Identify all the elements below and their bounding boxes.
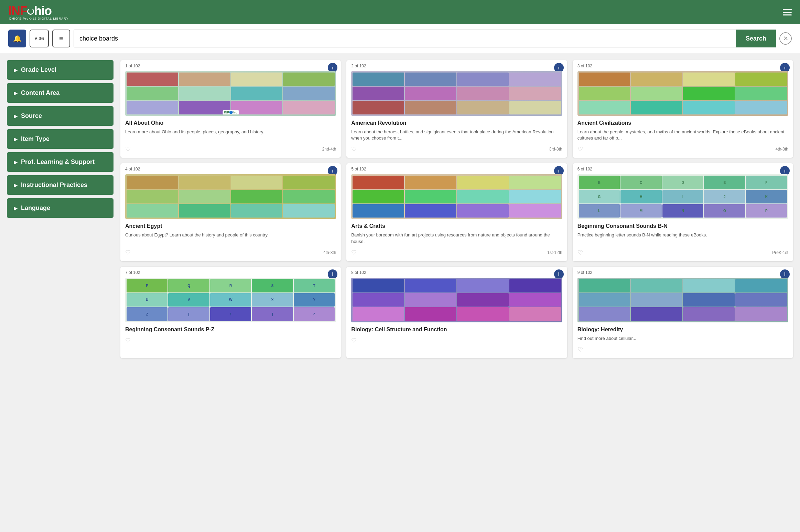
logo: INFhio OHIO'S PreK-12 DIGITAL LIBRARY <box>8 4 69 20</box>
card-favorite-button[interactable]: ♡ <box>351 145 357 153</box>
card-title: Beginning Consonant Sounds P-Z <box>125 326 336 333</box>
logo-subtitle: OHIO'S PreK-12 DIGITAL LIBRARY <box>8 17 69 20</box>
card-grade: 2nd-4th <box>322 147 336 152</box>
arrow-icon: ▶ <box>14 206 18 211</box>
list-icon: ≡ <box>59 35 63 43</box>
card-item[interactable]: 2 of 102 i American Revolution Learn abo… <box>346 60 567 158</box>
card-count: 5 of 102 <box>351 167 366 171</box>
card-count: 3 of 102 <box>577 64 592 68</box>
card-title: Arts & Crafts <box>351 223 562 229</box>
card-count: 1 of 102 <box>125 64 140 68</box>
sidebar-item-item-type[interactable]: ▶ Item Type <box>7 129 113 149</box>
card-grade: 4th-8th <box>323 250 336 255</box>
card-title: All About Ohio <box>125 120 336 126</box>
arrow-icon: ▶ <box>14 182 18 188</box>
logo-text: INFhio <box>8 4 52 18</box>
card-item[interactable]: 3 of 102 i Ancient Civilizations Learn a… <box>573 60 793 158</box>
hamburger-menu[interactable] <box>783 9 792 15</box>
main-layout: ▶ Grade Level ▶ Content Area ▶ Source ▶ … <box>0 53 800 365</box>
card-title: Beginning Consonant Sounds B-N <box>577 223 788 229</box>
favorites-button[interactable]: ♥ 36 <box>30 30 49 47</box>
sidebar-item-label: Source <box>21 112 42 120</box>
card-grade: PreK-1st <box>772 250 788 255</box>
card-item[interactable]: 7 of 102 i PQRSTUVWXYZ[\]^ Beginning Con… <box>120 267 341 358</box>
card-footer: ♡ 3rd-8th <box>351 145 562 153</box>
card-favorite-button[interactable]: ♡ <box>577 249 583 256</box>
favorites-count: 36 <box>39 36 44 41</box>
search-label: Search <box>746 35 766 42</box>
card-description: Learn about the people, mysteries, and m… <box>577 129 788 141</box>
sidebar-item-prof-learning[interactable]: ▶ Prof. Learning & Support <box>7 152 113 172</box>
card-count: 4 of 102 <box>125 167 140 171</box>
card-description: Learn about the heroes, battles, and sig… <box>351 129 562 141</box>
card-item[interactable]: 9 of 102 i Biology: Heredity Find out mo… <box>573 267 793 358</box>
card-count: 7 of 102 <box>125 270 140 275</box>
arrow-icon: ▶ <box>14 136 18 142</box>
card-description: Curious about Egypt? Learn about the his… <box>125 232 336 244</box>
cards-grid: 1 of 102 i INF🔵hio All About Ohio Learn … <box>120 60 793 358</box>
clear-search-button[interactable]: ✕ <box>779 32 792 45</box>
card-favorite-button[interactable]: ♡ <box>125 145 131 153</box>
notification-button[interactable]: 🔔 <box>8 30 26 47</box>
card-thumbnail <box>577 71 788 116</box>
arrow-icon: ▶ <box>14 159 18 165</box>
card-thumbnail <box>125 174 336 219</box>
sidebar-item-instructional-practices[interactable]: ▶ Instructional Practices <box>7 175 113 195</box>
arrow-icon: ▶ <box>14 90 18 96</box>
card-title: Biology: Cell Structure and Function <box>351 326 562 333</box>
card-title: Ancient Egypt <box>125 223 336 229</box>
card-grade: 3rd-8th <box>549 147 562 152</box>
content-area: 1 of 102 i INF🔵hio All About Ohio Learn … <box>113 60 793 358</box>
close-icon: ✕ <box>783 35 788 42</box>
card-title: Ancient Civilizations <box>577 120 788 126</box>
heart-icon: ♥ <box>34 36 37 41</box>
search-button[interactable]: Search <box>736 30 776 47</box>
card-favorite-button[interactable]: ♡ <box>125 249 131 256</box>
card-thumbnail <box>351 71 562 116</box>
card-item[interactable]: 6 of 102 i BCDEFGHIJKLMNOP Beginning Con… <box>573 163 793 261</box>
card-item[interactable]: 8 of 102 i Biology: Cell Structure and F… <box>346 267 567 358</box>
card-thumbnail: INF🔵hio <box>125 71 336 116</box>
sidebar-item-grade-level[interactable]: ▶ Grade Level <box>7 60 113 80</box>
card-grade: 1st-12th <box>547 250 562 255</box>
sidebar-item-content-area[interactable]: ▶ Content Area <box>7 83 113 103</box>
card-count: 2 of 102 <box>351 64 366 68</box>
card-grade: 4th-8th <box>776 147 788 152</box>
card-title: American Revolution <box>351 120 562 126</box>
card-thumbnail: BCDEFGHIJKLMNOP <box>577 174 788 219</box>
bell-icon: 🔔 <box>13 34 22 43</box>
card-thumbnail <box>351 278 562 322</box>
search-input[interactable] <box>74 30 736 47</box>
card-thumbnail <box>351 174 562 219</box>
hamburger-icon <box>783 9 792 15</box>
arrow-icon: ▶ <box>14 113 18 119</box>
sidebar-item-label: Item Type <box>21 135 50 143</box>
card-favorite-button[interactable]: ♡ <box>351 337 357 344</box>
card-item[interactable]: 5 of 102 i Arts & Crafts Banish your bor… <box>346 163 567 261</box>
card-item[interactable]: 4 of 102 i Ancient Egypt Curious about E… <box>120 163 341 261</box>
card-footer: ♡ 1st-12th <box>351 249 562 256</box>
card-footer: ♡ <box>577 346 788 353</box>
card-favorite-button[interactable]: ♡ <box>577 346 583 353</box>
card-description: Find out more about cellular... <box>577 335 788 342</box>
sidebar-item-label: Prof. Learning & Support <box>21 158 95 166</box>
list-view-button[interactable]: ≡ <box>52 30 70 47</box>
sidebar-item-source[interactable]: ▶ Source <box>7 106 113 126</box>
card-footer: ♡ 2nd-4th <box>125 145 336 153</box>
card-item[interactable]: 1 of 102 i INF🔵hio All About Ohio Learn … <box>120 60 341 158</box>
card-footer: ♡ 4th-8th <box>577 145 788 153</box>
card-favorite-button[interactable]: ♡ <box>125 337 131 344</box>
sidebar: ▶ Grade Level ▶ Content Area ▶ Source ▶ … <box>7 60 113 358</box>
sidebar-item-language[interactable]: ▶ Language <box>7 198 113 218</box>
card-description: Banish your boredom with fun art project… <box>351 232 562 244</box>
card-footer: ♡ <box>351 337 562 344</box>
card-favorite-button[interactable]: ♡ <box>577 145 583 153</box>
card-favorite-button[interactable]: ♡ <box>351 249 357 256</box>
card-count: 8 of 102 <box>351 270 366 275</box>
card-footer: ♡ 4th-8th <box>125 249 336 256</box>
card-count: 9 of 102 <box>577 270 592 275</box>
sidebar-item-label: Language <box>21 204 50 212</box>
card-description: Learn more about Ohio and its people, pl… <box>125 129 336 141</box>
sidebar-item-label: Content Area <box>21 89 60 97</box>
arrow-icon: ▶ <box>14 67 18 73</box>
